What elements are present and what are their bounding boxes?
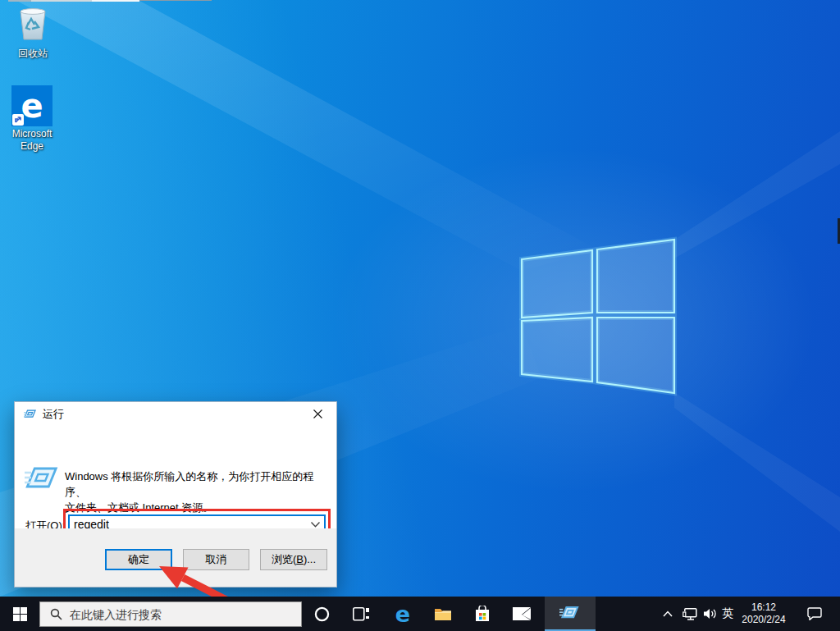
recycle-bin-icon — [16, 5, 50, 43]
microsoft-store-icon — [474, 606, 491, 623]
network-ethernet-icon — [682, 608, 697, 620]
chevron-up-icon — [663, 610, 673, 617]
edge-label-line1: Microsoft — [1, 128, 63, 140]
task-view-button[interactable] — [342, 597, 380, 631]
edge-e-glyph: e — [21, 89, 43, 122]
tray-network-button[interactable] — [679, 597, 701, 631]
taskbar-search-box[interactable] — [39, 601, 302, 627]
shortcut-arrow-icon — [12, 114, 24, 126]
task-view-icon — [353, 607, 369, 621]
tray-date: 2020/2/24 — [735, 614, 792, 626]
run-dialog-title: 运行 — [43, 407, 64, 422]
recycle-bin-label: 回收站 — [2, 48, 64, 60]
description-line1: Windows 将根据你所输入的名称，为你打开相应的程序、 — [65, 469, 327, 500]
edge-label-line2: Edge — [1, 140, 63, 153]
tray-time: 16:12 — [735, 601, 792, 614]
taskbar-file-explorer-button[interactable] — [424, 597, 462, 631]
edge-icon: e — [395, 603, 410, 625]
file-explorer-icon — [434, 606, 452, 621]
run-dialog-window: 运行 Windows 将根据你所输入的名称，为你打开相应的程序、 文件夹、文档或… — [14, 401, 337, 588]
browse-button[interactable]: 浏览(B)... — [260, 549, 327, 570]
run-app-icon — [24, 409, 37, 420]
search-icon — [50, 608, 62, 620]
mail-icon — [513, 607, 531, 620]
cancel-button[interactable]: 取消 — [183, 549, 249, 570]
tray-clock[interactable]: 16:12 2020/2/24 — [735, 597, 792, 631]
tray-ime-language[interactable]: 英 — [719, 597, 737, 631]
ok-button[interactable]: 确定 — [105, 549, 172, 570]
tray-show-hidden-icons[interactable] — [658, 597, 678, 631]
taskbar-mail-button[interactable] — [503, 597, 541, 631]
run-flying-window-icon — [24, 463, 60, 496]
top-edge-window-sliver — [8, 0, 212, 2]
desktop-wallpaper: 回收站 e Microsoft Edge — [0, 0, 840, 631]
windows-start-icon — [13, 607, 27, 621]
cortana-button[interactable] — [303, 597, 340, 631]
taskbar-store-button[interactable] — [463, 597, 501, 631]
speaker-icon — [704, 608, 717, 620]
run-taskbar-icon — [559, 604, 581, 622]
taskbar: e — [0, 597, 840, 631]
cortana-icon — [314, 606, 330, 622]
desktop-icon-microsoft-edge[interactable]: e Microsoft Edge — [1, 85, 63, 153]
ime-label: 英 — [722, 606, 733, 621]
start-button[interactable] — [0, 597, 39, 631]
action-center-icon — [807, 607, 822, 620]
tray-volume-button[interactable] — [701, 597, 720, 631]
desktop-icon-recycle-bin[interactable]: 回收站 — [2, 5, 64, 60]
edge-label: Microsoft Edge — [1, 128, 63, 153]
close-icon[interactable] — [299, 402, 336, 426]
taskbar-run-app-active[interactable] — [545, 597, 596, 631]
search-input[interactable] — [70, 608, 301, 621]
taskbar-edge-button[interactable]: e — [384, 597, 422, 631]
edge-tile: e — [11, 85, 52, 126]
run-dialog-footer: 确定 取消 浏览(B)... — [15, 528, 336, 587]
chevron-down-icon[interactable] — [306, 522, 324, 528]
action-center-button[interactable] — [801, 597, 829, 631]
run-dialog-titlebar[interactable]: 运行 — [15, 402, 336, 426]
